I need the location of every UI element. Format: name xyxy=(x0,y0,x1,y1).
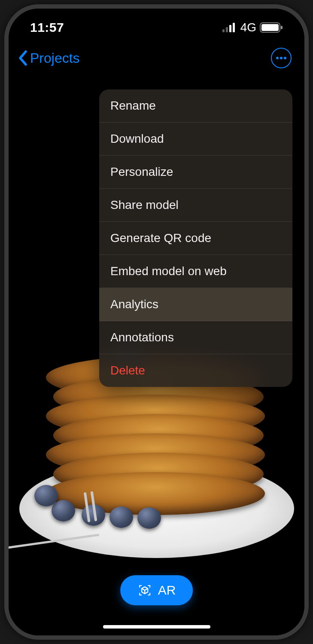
battery-icon xyxy=(260,22,283,33)
ar-cube-icon xyxy=(137,583,152,598)
context-menu: RenameDownloadPersonalizeShare modelGene… xyxy=(99,89,292,387)
svg-rect-6 xyxy=(281,26,283,29)
menu-item-delete[interactable]: Delete xyxy=(99,354,292,387)
nav-bar: Projects xyxy=(9,43,304,77)
status-time: 11:57 xyxy=(30,20,64,35)
back-label: Projects xyxy=(30,50,80,66)
menu-item-generate-qr-code[interactable]: Generate QR code xyxy=(99,222,292,255)
chevron-left-icon xyxy=(17,50,28,66)
menu-item-share-model[interactable]: Share model xyxy=(99,189,292,222)
menu-item-annotations[interactable]: Annotations xyxy=(99,321,292,354)
svg-point-9 xyxy=(284,57,286,59)
status-bar: 11:57 4G xyxy=(9,9,304,43)
svg-point-8 xyxy=(280,57,283,59)
content-area: RenameDownloadPersonalizeShare modelGene… xyxy=(9,77,304,635)
ar-button[interactable]: AR xyxy=(120,575,193,605)
phone-frame: 11:57 4G xyxy=(4,4,309,640)
ellipsis-icon xyxy=(276,56,287,60)
svg-rect-1 xyxy=(226,27,228,32)
menu-item-rename[interactable]: Rename xyxy=(99,89,292,123)
model-berry-shape xyxy=(109,506,133,528)
cellular-signal-icon xyxy=(222,23,237,32)
network-type-label: 4G xyxy=(240,21,256,34)
menu-item-analytics[interactable]: Analytics xyxy=(99,288,292,321)
menu-item-personalize[interactable]: Personalize xyxy=(99,156,292,189)
svg-rect-3 xyxy=(233,23,235,32)
svg-rect-0 xyxy=(222,29,225,32)
more-options-button[interactable] xyxy=(271,48,292,68)
screen: 11:57 4G xyxy=(9,9,304,635)
model-berry-shape xyxy=(137,507,161,529)
svg-rect-2 xyxy=(229,25,231,32)
menu-item-download[interactable]: Download xyxy=(99,123,292,156)
status-right: 4G xyxy=(222,21,283,34)
back-button[interactable]: Projects xyxy=(17,50,80,66)
svg-rect-5 xyxy=(261,24,279,31)
home-indicator[interactable] xyxy=(103,625,210,629)
ar-button-label: AR xyxy=(158,583,176,598)
svg-point-7 xyxy=(276,57,279,59)
menu-item-embed-model-on-web[interactable]: Embed model on web xyxy=(99,255,292,288)
